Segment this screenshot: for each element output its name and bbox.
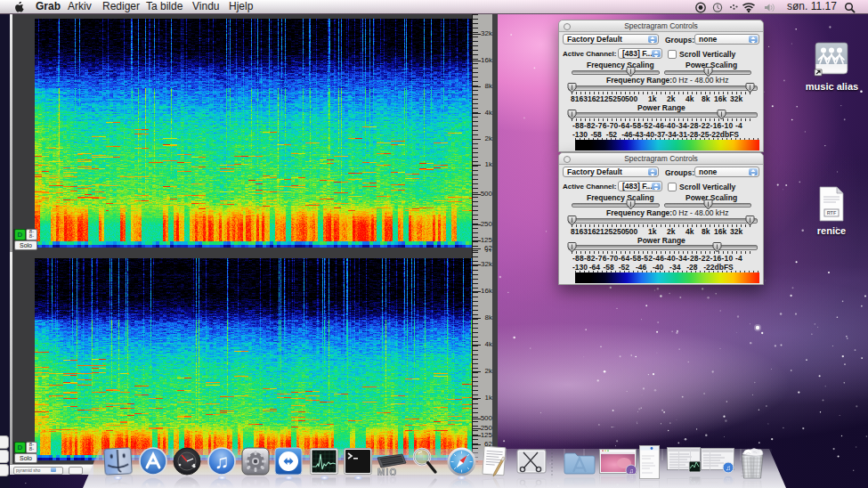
svg-text:♫: ♫ xyxy=(215,451,230,473)
svg-text:RTF: RTF xyxy=(827,210,837,216)
svg-text:♫: ♫ xyxy=(629,468,633,474)
svg-text:MIO: MIO xyxy=(377,468,398,476)
svg-text:♫: ♫ xyxy=(726,464,731,472)
